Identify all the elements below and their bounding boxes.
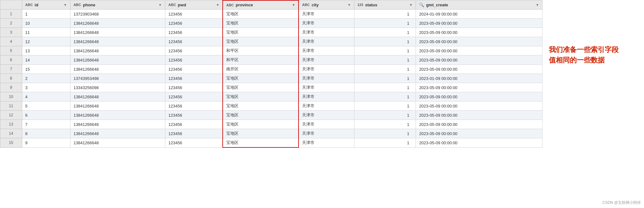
status-type-badge: 123 (358, 3, 363, 7)
annotation-line2: 值相同的一些数据 (549, 55, 634, 65)
cell-province: 宝地区 (223, 10, 299, 19)
cell-city: 天津市 (299, 120, 354, 129)
cell-phone: 13841266648 (70, 46, 165, 55)
gmt-sort-icon[interactable]: ▼ (536, 3, 539, 7)
cell-province: 宝地区 (223, 28, 299, 37)
cell-phone: 13841266648 (70, 92, 165, 101)
cell-id: 8 (22, 129, 70, 138)
cell-province: 和平区 (223, 55, 299, 65)
cell-phone: 13841266648 (70, 111, 165, 120)
phone-type-badge: ABC (74, 3, 81, 7)
row-number: 13 (0, 120, 22, 129)
cell-gmt-create: 2023-05-09 00:00:00 (416, 138, 542, 148)
cell-status: 1 (354, 65, 416, 74)
cell-status: 1 (354, 120, 416, 129)
cell-gmt-create: 2023-05-09 00:00:00 (416, 37, 542, 46)
table-row: 31113841266648123456宝地区天津市12023-05-09 00… (0, 28, 542, 37)
cell-pwd: 123456 (165, 10, 223, 19)
province-type-badge: ABC (226, 3, 234, 7)
cell-city: 天津市 (299, 10, 354, 19)
cell-province: 宝地区 (223, 83, 299, 92)
col-header-pwd[interactable]: ABC pwd ▼ (165, 0, 223, 10)
row-number: 7 (0, 65, 22, 74)
phone-col-label: phone (83, 3, 95, 7)
cell-status: 1 (354, 74, 416, 83)
cell-phone: 13841266648 (70, 65, 165, 74)
col-header-id[interactable]: ABC id ▼ (22, 0, 70, 10)
cell-gmt-create: 2023-05-09 00:00:00 (416, 65, 542, 74)
cell-city: 天津市 (299, 37, 354, 46)
cell-province: 宝地区 (223, 138, 299, 148)
cell-id: 4 (22, 92, 70, 101)
cell-city: 天津市 (299, 74, 354, 83)
row-number: 9 (0, 83, 22, 92)
cell-province: 宝地区 (223, 120, 299, 129)
cell-pwd: 123456 (165, 83, 223, 92)
annotation-section: 我们准备一些索引字段 值相同的一些数据 (542, 0, 644, 208)
col-header-gmt[interactable]: 🔍 gmt_create ▼ (416, 0, 542, 10)
cell-status: 1 (354, 46, 416, 55)
table-row: 21013841266648123456宝地区天津市12023-05-09 00… (0, 19, 542, 28)
cell-status: 1 (354, 138, 416, 148)
cell-id: 1 (22, 10, 70, 19)
cell-pwd: 123456 (165, 46, 223, 55)
cell-city: 天津市 (299, 129, 354, 138)
cell-phone: 13841266648 (70, 120, 165, 129)
cell-status: 1 (354, 10, 416, 19)
cell-pwd: 123456 (165, 65, 223, 74)
cell-id: 2 (22, 74, 70, 83)
cell-phone: 13841266648 (70, 28, 165, 37)
cell-id: 9 (22, 138, 70, 148)
table-row: 11513841266648123456宝地区天津市12023-05-09 00… (0, 101, 542, 111)
cell-phone: 13841266648 (70, 101, 165, 111)
table-row: 13713841266648123456宝地区天津市12023-05-09 00… (0, 120, 542, 129)
cell-pwd: 123456 (165, 101, 223, 111)
row-number: 4 (0, 37, 22, 46)
table-row: 12613841266648123456宝地区天津市12023-05-09 00… (0, 111, 542, 120)
col-header-province[interactable]: ABC province ▼ (223, 0, 299, 10)
cell-phone: 13841266648 (70, 129, 165, 138)
cell-city: 天津市 (299, 83, 354, 92)
cell-city: 天津市 (299, 46, 354, 55)
cell-province: 宝地区 (223, 74, 299, 83)
cell-status: 1 (354, 101, 416, 111)
cell-status: 1 (354, 111, 416, 120)
cell-city: 天津市 (299, 19, 354, 28)
col-header-city[interactable]: ABC city ▼ (299, 0, 354, 10)
cell-id: 5 (22, 101, 70, 111)
cell-province: 宝地区 (223, 129, 299, 138)
cell-pwd: 123456 (165, 28, 223, 37)
row-number: 3 (0, 28, 22, 37)
province-sort-icon[interactable]: ▼ (292, 3, 295, 7)
table-row: 71513841266648123456南开区天津市12023-05-09 00… (0, 65, 542, 74)
cell-pwd: 123456 (165, 92, 223, 101)
table-row: 61413841266648123456和平区天津市12023-05-09 00… (0, 55, 542, 65)
cell-id: 13 (22, 46, 70, 55)
city-sort-icon[interactable]: ▼ (348, 3, 351, 7)
table-row: 15913841266648123456宝地区天津市12023-05-09 00… (0, 138, 542, 148)
cell-gmt-create: 2023-01-09 00:00:00 (416, 74, 542, 83)
cell-id: 7 (22, 120, 70, 129)
table-row: 41213841266648123456宝地区天津市12023-05-09 00… (0, 37, 542, 46)
table-row: 9313343256098123456宝地区天津市12023-05-09 00:… (0, 83, 542, 92)
cell-status: 1 (354, 28, 416, 37)
phone-sort-icon[interactable]: ▼ (159, 3, 162, 7)
col-header-phone[interactable]: ABC phone ▼ (70, 0, 165, 10)
row-number: 11 (0, 101, 22, 111)
cell-city: 天津市 (299, 138, 354, 148)
province-col-label: province (236, 3, 253, 7)
cell-phone: 13723903468 (70, 10, 165, 19)
id-sort-icon[interactable]: ▼ (64, 3, 67, 7)
row-number: 15 (0, 138, 22, 148)
pwd-sort-icon[interactable]: ▼ (216, 3, 219, 7)
status-sort-icon[interactable]: ▼ (409, 3, 412, 7)
cell-pwd: 123456 (165, 111, 223, 120)
col-header-status[interactable]: 123 status ▼ (354, 0, 416, 10)
city-type-badge: ABC (302, 3, 310, 7)
cell-city: 天津市 (299, 28, 354, 37)
cell-pwd: 123456 (165, 74, 223, 83)
cell-gmt-create: 2023-05-09 00:00:00 (416, 92, 542, 101)
cell-city: 天津市 (299, 111, 354, 120)
table-row: 8213743953498123456宝地区天津市12023-01-09 00:… (0, 74, 542, 83)
table-row: 51313841266648123456和平区天津市12023-05-09 00… (0, 46, 542, 55)
